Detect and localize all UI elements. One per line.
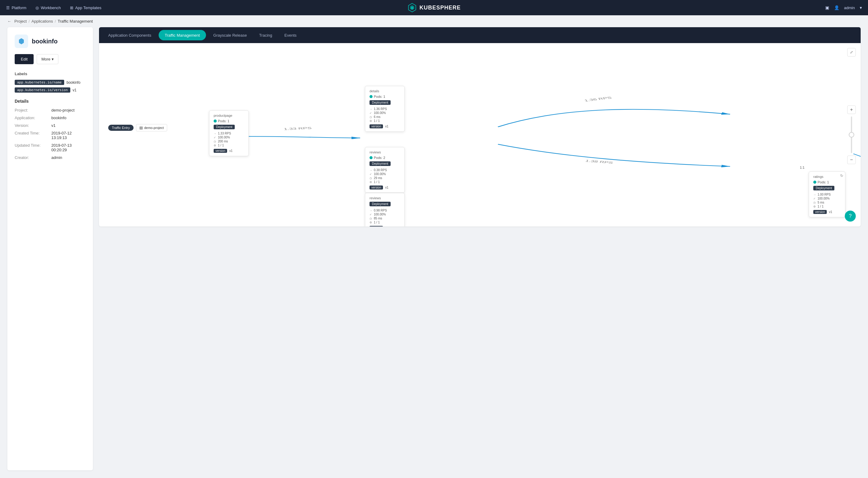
productpage-version-row: version v1 bbox=[214, 149, 244, 153]
pod-dot bbox=[370, 95, 373, 98]
top-navigation: ☰ Platform ◎ Workbench ⊞ App Templates K… bbox=[0, 0, 868, 15]
ratings-deployment: Deployment bbox=[813, 186, 834, 190]
ratings-node[interactable]: ratings Pods: 1 1:1 Deployment ↻ → 1.00 … bbox=[809, 171, 845, 217]
reviews-main-success: ✓ 100.00% bbox=[370, 172, 400, 176]
ratings-pods: Pods: 1 bbox=[813, 180, 841, 184]
app-header: bookinfo bbox=[15, 35, 86, 48]
tab-bar: Application Components Traffic Managemen… bbox=[99, 27, 861, 43]
action-buttons: Edit More ▾ bbox=[15, 54, 86, 64]
reviews-v2-latency: ◷ 85 ms bbox=[370, 217, 400, 220]
reviews-main-version-row: version v1 bbox=[370, 186, 400, 190]
reviews-main-rps: → 0.38 RPS bbox=[370, 168, 400, 172]
kubesphere-logo-icon bbox=[407, 3, 417, 12]
productpage-success: ✓ 100.00% bbox=[214, 136, 244, 139]
zoom-in-button[interactable]: + bbox=[847, 105, 856, 114]
nav-workbench[interactable]: ◎ Workbench bbox=[35, 5, 61, 10]
fullscreen-button[interactable]: ⤢ bbox=[847, 48, 856, 57]
app-icon bbox=[15, 35, 28, 48]
grid-icon: ☰ bbox=[6, 5, 10, 10]
svg-text:1.36 RPS: 1.36 RPS bbox=[584, 96, 612, 102]
reviews-main-replicas: ⚙ 1 / 1 bbox=[370, 180, 400, 184]
apps-icon: ⊞ bbox=[70, 5, 73, 10]
graph-area: ⤢ + − 1.33 RPS bbox=[99, 43, 861, 226]
nav-right: ▣ 👤 admin ▾ bbox=[825, 5, 862, 10]
details-latency: ◷ 6 ms bbox=[370, 115, 400, 119]
reviews-v2-node[interactable]: reviews Deployment → 0.98 RPS ✓ 100.00% … bbox=[365, 193, 405, 226]
label-row-version: app.kubernetes.io/version v1 bbox=[15, 87, 86, 93]
app-name: bookinfo bbox=[32, 38, 58, 45]
logo-text: KUBESPHERE bbox=[419, 5, 461, 11]
display-icon[interactable]: ▣ bbox=[825, 5, 829, 10]
reviews-main-latency: ◷ 29 ms bbox=[370, 177, 400, 180]
breadcrumb-project[interactable]: Project bbox=[14, 19, 27, 24]
breadcrumb: ← Project / Applications / Traffic Manag… bbox=[0, 15, 868, 27]
breadcrumb-current: Traffic Management bbox=[58, 19, 93, 24]
label-val-version: v1 bbox=[73, 88, 77, 92]
content-area: Application Components Traffic Managemen… bbox=[99, 27, 861, 470]
pod-dot bbox=[214, 120, 217, 123]
help-button[interactable]: ? bbox=[845, 211, 856, 222]
detail-created: Created Time: 2019-07-12 13:19:13 bbox=[15, 131, 86, 140]
logo: KUBESPHERE bbox=[407, 3, 461, 12]
tab-events[interactable]: Events bbox=[278, 27, 303, 43]
workbench-icon: ◎ bbox=[35, 5, 39, 10]
tab-grayscale-release[interactable]: Grayscale Release bbox=[207, 27, 253, 43]
nav-platform[interactable]: ☰ Platform bbox=[6, 5, 26, 10]
zoom-out-button[interactable]: − bbox=[847, 156, 856, 164]
details-section: Details Project: demo-project Applicatio… bbox=[15, 99, 86, 160]
reviews-main-pods: Pods: 2 bbox=[370, 156, 400, 160]
ratings-success: ✓ 100.00% bbox=[813, 197, 841, 200]
svg-text:1.33 RPS: 1.33 RPS bbox=[284, 127, 312, 131]
details-title: Details bbox=[15, 99, 86, 104]
nav-left: ☰ Platform ◎ Workbench ⊞ App Templates bbox=[6, 5, 101, 10]
edit-button[interactable]: Edit bbox=[15, 54, 34, 64]
reviews-main-deployment: Deployment bbox=[370, 161, 391, 166]
details-version-row: version v1 bbox=[370, 124, 400, 128]
details-replicas: ⚙ 1 / 1 bbox=[370, 119, 400, 123]
sidebar: bookinfo Edit More ▾ Labels app.kubernet… bbox=[7, 27, 93, 470]
pod-dot bbox=[813, 181, 816, 184]
user-icon: 👤 bbox=[834, 5, 839, 10]
breadcrumb-back[interactable]: ← bbox=[7, 19, 11, 24]
chevron-down-icon[interactable]: ▾ bbox=[860, 5, 862, 10]
detail-project: Project: demo-project bbox=[15, 108, 86, 113]
nav-app-templates[interactable]: ⊞ App Templates bbox=[70, 5, 101, 10]
chevron-down-icon: ▾ bbox=[52, 57, 54, 61]
productpage-pods: Pods: 1 bbox=[214, 119, 244, 123]
traffic-entry-label: Traffic Entry bbox=[108, 125, 133, 131]
detail-version: Version: v1 bbox=[15, 123, 86, 128]
productpage-node[interactable]: productpage Pods: 1 Deployment → 1.33 RP… bbox=[209, 110, 249, 156]
zoom-slider-track[interactable] bbox=[851, 117, 852, 153]
details-node[interactable]: details Pods: 1 Deployment → 1.36 RPS ✓ … bbox=[365, 86, 405, 132]
label-val-name: bookinfo bbox=[67, 81, 81, 85]
details-pods: Pods: 1 bbox=[370, 95, 400, 98]
details-deployment: Deployment bbox=[370, 100, 391, 105]
reviews-v2-rps: → 0.98 RPS bbox=[370, 209, 400, 212]
more-button[interactable]: More ▾ bbox=[37, 54, 58, 64]
label-key-name: app.kubernetes.io/name bbox=[15, 80, 64, 85]
tab-app-components[interactable]: Application Components bbox=[102, 27, 157, 43]
admin-label[interactable]: admin bbox=[844, 5, 855, 10]
details-success: ✓ 100.00% bbox=[370, 111, 400, 115]
refresh-icon[interactable]: ↻ bbox=[840, 173, 843, 178]
tab-tracing[interactable]: Tracing bbox=[253, 27, 278, 43]
traffic-entry-node: Traffic Entry ▤ demo-project bbox=[108, 124, 167, 131]
ratings-rps: → 1.00 RPS bbox=[813, 193, 841, 196]
detail-application: Application: bookinfo bbox=[15, 116, 86, 120]
zoom-slider-thumb[interactable] bbox=[849, 132, 854, 137]
demo-project-node: ▤ demo-project bbox=[136, 124, 167, 131]
pod-dot bbox=[370, 156, 373, 159]
details-title: details bbox=[370, 89, 400, 93]
svg-text:1.38 RPS: 1.38 RPS bbox=[585, 159, 613, 164]
reviews-main-title: reviews bbox=[370, 150, 400, 154]
productpage-title: productpage bbox=[214, 114, 244, 117]
reviews-v2-deployment: Deployment bbox=[370, 202, 391, 206]
breadcrumb-applications[interactable]: Applications bbox=[31, 19, 53, 24]
productpage-latency: ◷ 200 ms bbox=[214, 140, 244, 143]
productpage-rps: → 1.33 RPS bbox=[214, 132, 244, 135]
productpage-deployment: Deployment bbox=[214, 125, 235, 129]
tab-traffic-management[interactable]: Traffic Management bbox=[159, 30, 206, 40]
reviews-v2-version-row: version v2 bbox=[370, 226, 400, 226]
table-icon: ▤ bbox=[140, 126, 143, 130]
reviews-main-node[interactable]: reviews Pods: 2 Deployment → 0.38 RPS ✓ … bbox=[365, 147, 405, 193]
